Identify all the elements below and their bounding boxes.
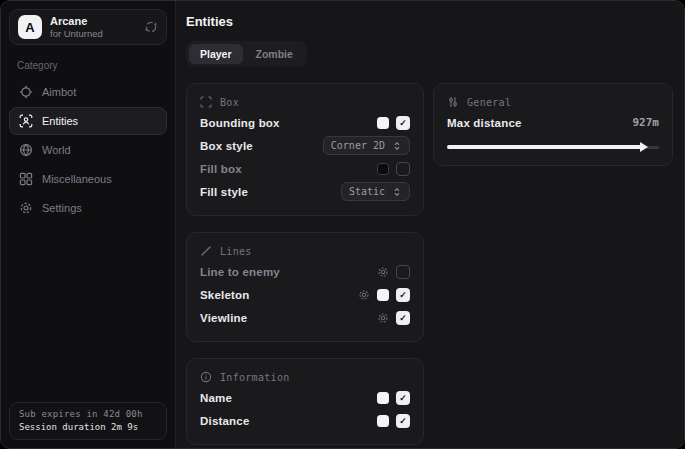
subscription-status-card: Sub expires in 42d 00h Session duration … [9, 402, 167, 440]
row-label: Distance [200, 415, 250, 427]
color-swatch[interactable] [377, 415, 389, 427]
row-controls [377, 391, 410, 405]
app-subtitle: for Unturned [50, 28, 103, 39]
sidebar-item-aimbot[interactable]: Aimbot [9, 78, 167, 106]
slider-thumb[interactable] [640, 142, 648, 152]
name-checkbox[interactable] [396, 391, 410, 405]
viewline-settings-gear-icon[interactable] [377, 312, 389, 324]
setting-row-line-to-enemy: Line to enemy [200, 260, 410, 283]
info-circle-icon [200, 371, 212, 383]
gear-icon [19, 201, 33, 215]
section-title: Box [220, 97, 239, 108]
color-swatch[interactable] [377, 117, 389, 129]
dropdown-value: Static [349, 186, 385, 197]
skeleton-checkbox[interactable] [396, 288, 410, 302]
max-distance-value: 927m [633, 116, 660, 129]
color-swatch[interactable] [377, 392, 389, 404]
fill-style-dropdown[interactable]: Static [341, 182, 410, 201]
setting-row-box-style: Box style Corner 2D [200, 134, 410, 157]
section-title: Lines [220, 246, 252, 257]
section-title: Information [220, 372, 290, 383]
max-distance-slider[interactable] [447, 141, 659, 153]
sidebar-item-label: Aimbot [42, 86, 76, 98]
sliders-icon [447, 96, 459, 108]
row-label: Line to enemy [200, 266, 280, 278]
information-section-header: Information [200, 371, 410, 383]
content-columns: Box Bounding box Box style Corner 2D [186, 83, 673, 445]
tab-zombie[interactable]: Zombie [245, 44, 304, 64]
row-label: Bounding box [200, 117, 280, 129]
setting-row-bounding-box: Bounding box [200, 111, 410, 134]
bounding-corners-icon [200, 96, 212, 108]
entity-scan-icon [19, 114, 33, 128]
app-logo: A [18, 15, 42, 39]
row-controls [377, 265, 410, 279]
right-column: General Max distance 927m [433, 83, 673, 166]
row-controls [377, 414, 410, 428]
row-label: Name [200, 392, 232, 404]
lines-section-card: Lines Line to enemy [186, 232, 424, 342]
sidebar-item-label: Entities [42, 115, 78, 127]
session-duration-text: Session duration 2m 9s [19, 422, 157, 432]
row-label: Max distance [447, 117, 522, 129]
page-title: Entities [186, 14, 673, 29]
skeleton-settings-gear-icon[interactable] [358, 289, 370, 301]
line-settings-gear-icon[interactable] [377, 266, 389, 278]
distance-checkbox[interactable] [396, 414, 410, 428]
line-to-enemy-checkbox[interactable] [396, 265, 410, 279]
chevrons-up-down-icon [392, 187, 402, 197]
sidebar-item-label: Miscellaneous [42, 173, 112, 185]
sidebar-item-world[interactable]: World [9, 136, 167, 164]
app-window: A Arcane for Unturned Category [0, 0, 685, 449]
information-section-card: Information Name Distance [186, 358, 424, 445]
sidebar-item-label: Settings [42, 202, 82, 214]
chevrons-up-down-icon [392, 141, 402, 151]
sub-expiry-text: Sub expires in 42d 00h [19, 409, 157, 419]
color-swatch[interactable] [377, 163, 389, 175]
box-section-header: Box [200, 96, 410, 108]
category-label: Category [17, 60, 159, 71]
box-section-card: Box Bounding box Box style Corner 2D [186, 83, 424, 216]
tab-bar: Player Zombie [186, 41, 307, 67]
sidebar-item-label: World [42, 144, 71, 156]
sidebar-item-settings[interactable]: Settings [9, 194, 167, 222]
setting-row-viewline: Viewline [200, 306, 410, 329]
diagonal-line-icon [200, 245, 212, 257]
fill-box-checkbox[interactable] [396, 162, 410, 176]
row-label: Viewline [200, 312, 247, 324]
setting-row-skeleton: Skeleton [200, 283, 410, 306]
lines-section-header: Lines [200, 245, 410, 257]
setting-row-fill-box: Fill box [200, 157, 410, 180]
main-panel: Entities Player Zombie Box [176, 1, 685, 448]
setting-row-name: Name [200, 386, 410, 409]
bounding-box-checkbox[interactable] [396, 116, 410, 130]
box-style-dropdown[interactable]: Corner 2D [323, 136, 410, 155]
sidebar: A Arcane for Unturned Category [1, 1, 176, 448]
row-label: Fill box [200, 163, 242, 175]
row-controls [377, 116, 410, 130]
left-column: Box Bounding box Box style Corner 2D [186, 83, 424, 445]
row-controls [377, 162, 410, 176]
row-label: Fill style [200, 186, 248, 198]
row-label: Skeleton [200, 289, 250, 301]
viewline-checkbox[interactable] [396, 311, 410, 325]
setting-row-fill-style: Fill style Static [200, 180, 410, 203]
crosshair-icon [19, 85, 33, 99]
app-title-block: Arcane for Unturned [50, 15, 103, 40]
setting-row-max-distance: Max distance 927m [447, 111, 659, 134]
general-section-card: General Max distance 927m [433, 83, 673, 166]
color-swatch[interactable] [377, 289, 389, 301]
tab-player[interactable]: Player [189, 44, 243, 64]
globe-icon [19, 143, 33, 157]
sync-icon[interactable] [144, 20, 158, 34]
general-section-header: General [447, 96, 659, 108]
sidebar-item-miscellaneous[interactable]: Miscellaneous [9, 165, 167, 193]
slider-fill [447, 145, 644, 149]
sidebar-item-entities[interactable]: Entities [9, 107, 167, 135]
app-title: Arcane [50, 15, 103, 28]
grid-icon [19, 172, 33, 186]
sidebar-nav: Aimbot Entities World [1, 78, 175, 222]
row-controls [358, 288, 410, 302]
app-header-card: A Arcane for Unturned [9, 9, 167, 45]
section-title: General [467, 97, 511, 108]
